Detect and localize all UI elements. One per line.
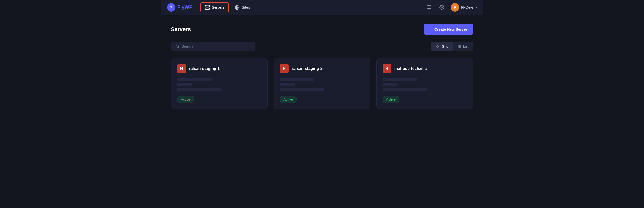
server-card-header: H mahbub-techzilla [382, 64, 467, 73]
server-icon [205, 5, 210, 10]
page-title: Servers [171, 26, 191, 32]
monitor-icon [426, 5, 432, 10]
detail-row-ip [177, 78, 212, 80]
status-badge: Active [280, 96, 296, 103]
view-toggle: Grid List [431, 42, 473, 51]
logo[interactable]: 7 FlyWP [167, 3, 192, 12]
chevron-down-icon: ▾ [476, 6, 477, 9]
server-details [177, 78, 262, 92]
search-view-row: Grid List [171, 42, 473, 51]
nav-right: F FlyDevs ▾ [425, 3, 477, 12]
monitor-icon-btn[interactable] [425, 4, 433, 11]
settings-icon [440, 5, 444, 10]
svg-rect-13 [438, 45, 440, 46]
nav-item-sites[interactable]: Sites [231, 3, 254, 12]
detail-row-config [382, 88, 427, 92]
plus-icon: + [430, 27, 432, 32]
servers-grid: H rafsan-staging-1 Active H rafsan-stagi… [171, 58, 473, 109]
svg-line-11 [178, 47, 179, 48]
logo-text: FlyWP [178, 4, 192, 10]
main-content: Servers + Create New Server Grid [161, 15, 483, 118]
search-input[interactable] [182, 44, 250, 48]
detail-row-region [382, 83, 397, 86]
navbar: 7 FlyWP Servers Sites [161, 0, 483, 15]
grid-label: Grid [442, 44, 448, 48]
list-view-button[interactable]: List [453, 42, 473, 51]
list-icon [457, 44, 461, 48]
provider-icon: H [382, 64, 392, 73]
logo-icon: 7 [167, 3, 176, 12]
server-details [280, 78, 364, 92]
list-label: List [463, 44, 468, 48]
user-name: FlyDevs [461, 6, 474, 10]
server-card-header: H rafsan-staging-1 [177, 64, 262, 73]
status-badge: Active [177, 96, 194, 103]
logo-number: 7 [170, 6, 172, 10]
logo-wp: WP [184, 4, 192, 10]
nav-servers-label: Servers [212, 5, 225, 10]
server-card[interactable]: H rafsan-staging-2 Active [274, 58, 370, 109]
server-card-header: H rafsan-staging-2 [280, 64, 364, 73]
server-name: rafsan-staging-1 [189, 66, 220, 71]
avatar: F [451, 3, 459, 12]
settings-icon-btn[interactable] [438, 4, 446, 11]
provider-icon: H [280, 64, 289, 73]
server-name: mahbub-techzilla [394, 66, 427, 71]
detail-row-ip [382, 78, 417, 80]
detail-row-config [280, 88, 324, 92]
avatar-initial: F [454, 6, 456, 10]
svg-rect-12 [436, 45, 438, 46]
svg-rect-6 [427, 6, 431, 8]
detail-row-region [177, 83, 192, 86]
svg-rect-14 [436, 47, 438, 48]
create-server-button[interactable]: + Create New Server [424, 24, 473, 35]
create-button-label: Create New Server [434, 27, 467, 31]
logo-fly: Fly [178, 4, 184, 10]
user-menu[interactable]: F FlyDevs ▾ [451, 3, 477, 12]
search-icon [176, 44, 180, 48]
nav-items: Servers Sites [200, 2, 425, 12]
nav-item-servers[interactable]: Servers [200, 2, 229, 12]
grid-icon [436, 44, 440, 48]
detail-row-config [177, 88, 222, 92]
provider-icon: H [177, 64, 186, 73]
search-box [171, 42, 255, 51]
server-details [382, 78, 467, 92]
grid-view-button[interactable]: Grid [431, 42, 452, 51]
server-card[interactable]: H mahbub-techzilla Active [376, 58, 473, 109]
server-card[interactable]: H rafsan-staging-1 Active [171, 58, 268, 109]
svg-point-9 [441, 7, 442, 8]
globe-icon [235, 5, 240, 10]
server-name: rafsan-staging-2 [292, 66, 322, 71]
detail-row-ip [280, 78, 314, 80]
status-badge: Active [382, 96, 399, 103]
detail-row-region [280, 83, 294, 86]
nav-sites-label: Sites [242, 5, 250, 10]
page-header: Servers + Create New Server [171, 24, 473, 35]
svg-rect-15 [438, 47, 440, 48]
